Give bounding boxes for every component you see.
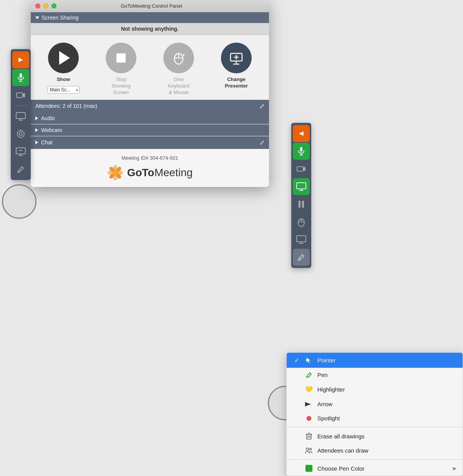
arrow-left-icon (297, 130, 305, 137)
camera-icon (16, 92, 25, 99)
svg-line-57 (298, 260, 300, 261)
give-keyboard-button[interactable]: Give Keyboard & Mouse (161, 43, 196, 96)
menu-item-spotlight[interactable]: Spotlight (287, 411, 463, 425)
show-label: Show (57, 76, 70, 83)
collapse-triangle-icon (35, 17, 39, 19)
webcam-section-left: Webcam (35, 127, 62, 133)
change-presenter-button[interactable]: Change Presenter (219, 43, 254, 96)
audio-section[interactable]: Audio (31, 112, 269, 124)
monitor-button[interactable] (12, 108, 29, 125)
pen-green-icon (306, 372, 312, 378)
stop-showing-label: Stop Showing Screen (111, 76, 131, 96)
attendees-section[interactable]: Attendees: 2 of 101 (max) ⤢ (31, 100, 269, 112)
menu-item-erase[interactable]: Erase all drawings (287, 429, 463, 443)
pen2-button[interactable] (293, 249, 310, 266)
webcam-button[interactable] (12, 126, 29, 142)
monitor2-button[interactable] (293, 231, 310, 248)
microphone-button[interactable] (12, 69, 29, 86)
attendees-draw-label: Attendees can draw (317, 447, 456, 454)
checkmark-icon: ✓ (293, 357, 300, 364)
svg-rect-24 (20, 73, 22, 78)
share-screen-button[interactable] (12, 143, 29, 160)
stop-circle (106, 43, 136, 73)
camera-button[interactable] (12, 87, 29, 104)
svg-point-71 (310, 448, 312, 450)
spotlight-circle-icon (306, 415, 312, 421)
menu-item-highlighter[interactable]: 💛 Highlighter (287, 382, 463, 397)
svg-rect-41 (300, 147, 302, 152)
monitor2-icon (296, 235, 306, 244)
arrow-label: Arrow (317, 401, 456, 407)
camera2-button[interactable] (293, 160, 310, 177)
svg-point-70 (306, 448, 309, 450)
arrow-right-icon (17, 56, 25, 64)
webcam-expand-icon (35, 128, 38, 132)
svg-point-63 (308, 417, 310, 420)
chat-section-left: Chat (35, 139, 53, 145)
svg-rect-49 (299, 201, 300, 208)
meeting-id: Meeting ID# 304-674-501 (37, 155, 263, 161)
change-presenter-label: Change Presenter (225, 76, 248, 89)
collapse-toolbar-button[interactable] (12, 51, 29, 68)
presenter-monitor-icon (228, 50, 245, 66)
webcam-section[interactable]: Webcam (31, 124, 269, 136)
people-draw-icon (305, 448, 313, 454)
main-screen-dropdown-wrapper[interactable]: Main Sc... ▾ (47, 86, 80, 94)
svg-point-33 (19, 132, 22, 136)
share-screen-icon (16, 147, 26, 156)
svg-point-22 (113, 170, 118, 175)
audio-label: Audio (41, 115, 55, 121)
attendees-expand-icon[interactable]: ⤢ (259, 102, 264, 110)
chat-section[interactable]: Chat ⤢ (31, 136, 269, 149)
erase-label: Erase all drawings (317, 433, 456, 440)
menu-item-arrow[interactable]: Arrow (287, 397, 463, 411)
pen-toolbar-icon (17, 165, 25, 174)
pause-icon (297, 200, 305, 208)
pointer-label: Pointer (317, 357, 456, 364)
microphone2-button[interactable] (293, 143, 310, 160)
svg-rect-46 (297, 183, 306, 189)
main-screen-select[interactable]: Main Sc... (47, 86, 80, 94)
screen-share2-button[interactable] (293, 178, 310, 195)
screen-share2-icon (296, 182, 306, 191)
goto-logo: GoToMeeting (37, 165, 263, 181)
keyboard-circle (163, 43, 194, 73)
left-toolbar (11, 49, 31, 180)
svg-point-32 (17, 131, 24, 137)
menu-item-pen-color[interactable]: Choose Pen Color ▶ (287, 461, 463, 476)
show-circle (48, 43, 79, 73)
play-icon (59, 51, 70, 65)
arrow-dark-icon (305, 402, 313, 407)
pen-color-box (305, 465, 312, 472)
svg-rect-29 (16, 112, 25, 119)
show-button[interactable]: Show Main Sc... ▾ (46, 43, 81, 96)
stop-showing-button[interactable]: Stop Showing Screen (104, 43, 138, 96)
goto-logo-text: GoToMeeting (127, 167, 193, 179)
back-button[interactable] (293, 125, 310, 142)
svg-rect-50 (302, 201, 304, 208)
mouse2-icon (297, 217, 305, 227)
stop-icon (116, 53, 126, 63)
menu-item-attendees-draw[interactable]: Attendees can draw (287, 443, 463, 458)
pen-color-arrow-icon: ▶ (453, 466, 456, 471)
cursor-icon (305, 357, 312, 364)
trash-can-icon (306, 433, 312, 440)
goto-bold: GoTo (127, 167, 154, 178)
chat-expand-icon2[interactable]: ⤢ (259, 139, 264, 146)
audio-expand-icon (35, 116, 38, 120)
pen-menu-icon (305, 372, 313, 378)
drawing-tools-menu: ✓ Pointer Pen 💛 Highlighter (286, 352, 463, 476)
dark-arrow-icon (305, 402, 313, 407)
menu-item-pointer[interactable]: ✓ Pointer (287, 353, 463, 368)
mouse2-button[interactable] (293, 213, 310, 230)
screen-sharing-header[interactable]: Screen Sharing (31, 12, 269, 23)
goto-flower-icon (107, 165, 123, 181)
menu-item-pen[interactable]: Pen (287, 368, 463, 382)
sharing-buttons-row: Show Main Sc... ▾ Stop Showing Screen (31, 35, 269, 100)
pause-button[interactable] (293, 196, 310, 213)
chat-label: Chat (41, 139, 53, 145)
svg-marker-40 (299, 131, 304, 136)
pen-toolbar-button[interactable] (12, 161, 29, 178)
svg-rect-27 (17, 93, 23, 98)
pen2-icon (297, 253, 305, 261)
